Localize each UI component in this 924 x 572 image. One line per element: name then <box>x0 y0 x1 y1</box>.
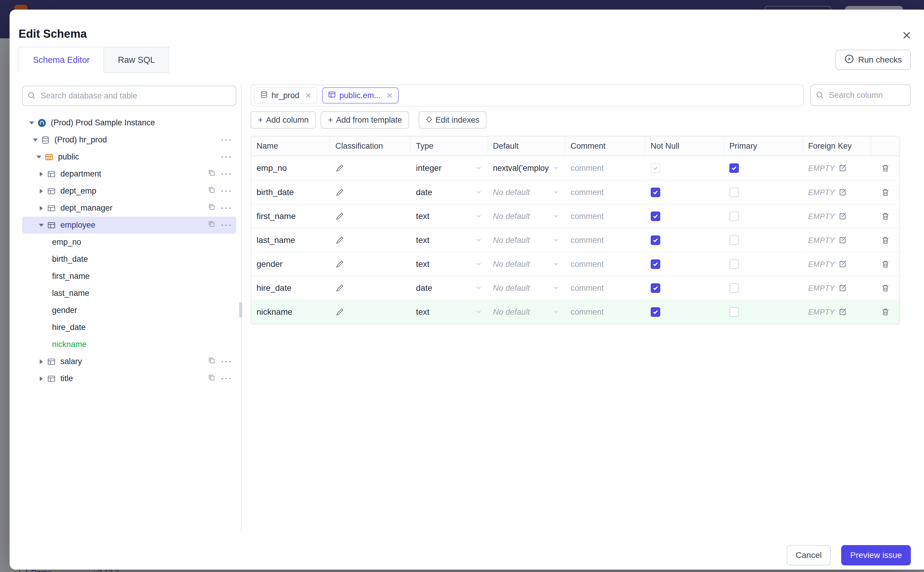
tree-item-column-last-name[interactable]: last_name <box>22 285 236 302</box>
tab-schema-editor[interactable]: Schema Editor <box>19 47 104 73</box>
add-column-button[interactable]: + Add column <box>251 111 316 129</box>
tree-item-table-department[interactable]: department <box>22 165 236 182</box>
not-null-checkbox[interactable] <box>651 283 660 293</box>
tab-raw-sql[interactable]: Raw SQL <box>104 47 169 73</box>
delete-column-button[interactable] <box>881 284 890 292</box>
more-menu-icon[interactable] <box>221 376 233 382</box>
type-select[interactable]: text <box>411 252 488 276</box>
more-menu-icon[interactable] <box>221 359 233 365</box>
column-search-input[interactable] <box>810 84 911 106</box>
tree-item-column-birth-date[interactable]: birth_date <box>22 251 236 268</box>
default-select[interactable]: No default <box>488 252 566 276</box>
edit-classification-button[interactable] <box>335 188 344 197</box>
more-menu-icon[interactable] <box>221 222 233 228</box>
column-name-cell[interactable]: emp_no <box>257 163 287 173</box>
caret-down-icon[interactable] <box>28 121 35 124</box>
delete-column-button[interactable] <box>881 260 890 268</box>
edit-classification-button[interactable] <box>335 212 344 221</box>
caret-right-icon[interactable] <box>38 189 45 194</box>
edit-foreign-key-button[interactable] <box>839 236 847 244</box>
copy-icon[interactable] <box>208 186 215 196</box>
edit-foreign-key-button[interactable] <box>839 164 847 172</box>
not-null-checkbox[interactable] <box>651 211 660 221</box>
comment-input[interactable] <box>571 164 637 173</box>
not-null-checkbox[interactable] <box>651 163 660 173</box>
comment-input[interactable] <box>571 284 637 293</box>
default-select[interactable]: nextval('employ <box>488 156 566 180</box>
database-search-input[interactable] <box>22 85 236 106</box>
column-name-cell[interactable]: nickname <box>257 307 293 317</box>
type-select[interactable]: text <box>411 228 488 252</box>
edit-foreign-key-button[interactable] <box>839 308 847 316</box>
close-icon[interactable] <box>387 92 393 98</box>
column-name-cell[interactable]: birth_date <box>257 188 294 197</box>
tree-item-table-dept-manager[interactable]: dept_manager <box>22 199 236 217</box>
more-menu-icon[interactable] <box>221 205 233 211</box>
edit-foreign-key-button[interactable] <box>839 212 847 221</box>
edit-foreign-key-button[interactable] <box>839 284 847 292</box>
tree-item-table-title[interactable]: title <box>22 370 236 387</box>
edit-classification-button[interactable] <box>335 308 344 316</box>
cancel-button[interactable]: Cancel <box>787 545 831 566</box>
more-menu-icon[interactable] <box>221 154 233 160</box>
not-null-checkbox[interactable] <box>651 307 660 317</box>
preview-issue-button[interactable]: Preview issue <box>841 545 911 566</box>
edit-foreign-key-button[interactable] <box>839 188 847 197</box>
default-select[interactable]: No default <box>488 181 566 204</box>
copy-icon[interactable] <box>208 374 215 384</box>
caret-down-icon[interactable] <box>32 138 39 141</box>
caret-down-icon[interactable] <box>35 155 42 159</box>
comment-input[interactable] <box>571 188 637 197</box>
type-select[interactable]: text <box>411 300 488 324</box>
delete-column-button[interactable] <box>881 236 890 244</box>
comment-input[interactable] <box>571 260 637 269</box>
copy-icon[interactable] <box>208 169 215 179</box>
tree-item-column-emp-no[interactable]: emp_no <box>22 234 236 251</box>
default-select[interactable]: No default <box>488 205 566 228</box>
tree-item-table-dept-emp[interactable]: dept_emp <box>22 182 236 199</box>
primary-checkbox[interactable] <box>729 307 739 317</box>
delete-column-button[interactable] <box>881 212 890 221</box>
primary-checkbox[interactable] <box>729 260 739 269</box>
type-select[interactable]: date <box>411 277 488 300</box>
delete-column-button[interactable] <box>881 164 890 172</box>
run-checks-button[interactable]: Run checks <box>836 50 911 70</box>
close-icon[interactable] <box>901 29 913 41</box>
column-name-cell[interactable]: gender <box>257 260 282 269</box>
primary-checkbox[interactable] <box>729 283 739 293</box>
edit-indexes-button[interactable]: Edit indexes <box>419 111 487 129</box>
comment-input[interactable] <box>571 236 637 245</box>
default-select[interactable]: No default <box>488 228 566 252</box>
comment-input[interactable] <box>571 308 637 317</box>
tree-item-table-employee[interactable]: employee <box>22 217 236 234</box>
tree-item-column-first-name[interactable]: first_name <box>22 268 236 285</box>
edit-classification-button[interactable] <box>335 284 344 292</box>
not-null-checkbox[interactable] <box>651 260 660 269</box>
tree-item-table-salary[interactable]: salary <box>22 353 236 370</box>
type-select[interactable]: integer <box>411 156 488 180</box>
tree-item-column-gender[interactable]: gender <box>22 302 236 319</box>
more-menu-icon[interactable] <box>221 137 233 143</box>
primary-checkbox[interactable] <box>729 211 739 221</box>
edit-classification-button[interactable] <box>335 236 344 244</box>
default-select[interactable]: No default <box>488 277 566 300</box>
edit-classification-button[interactable] <box>335 260 344 268</box>
copy-icon[interactable] <box>208 357 215 367</box>
add-from-template-button[interactable]: + Add from template <box>321 111 409 129</box>
copy-icon[interactable] <box>208 220 215 230</box>
tree-item-schema-public[interactable]: public <box>22 148 236 165</box>
type-select[interactable]: date <box>411 181 488 204</box>
not-null-checkbox[interactable] <box>651 188 660 197</box>
caret-right-icon[interactable] <box>38 172 45 177</box>
column-name-cell[interactable]: hire_date <box>257 283 291 293</box>
caret-down-icon[interactable] <box>38 224 45 227</box>
tree-item-column-nickname[interactable]: nickname <box>22 336 236 353</box>
delete-column-button[interactable] <box>881 188 890 197</box>
tree-item-column-hire-date[interactable]: hire_date <box>22 319 236 336</box>
edit-classification-button[interactable] <box>335 164 344 172</box>
primary-checkbox[interactable] <box>729 235 739 245</box>
comment-input[interactable] <box>571 212 637 221</box>
more-menu-icon[interactable] <box>221 171 233 177</box>
column-name-cell[interactable]: first_name <box>257 211 296 221</box>
not-null-checkbox[interactable] <box>651 235 660 245</box>
